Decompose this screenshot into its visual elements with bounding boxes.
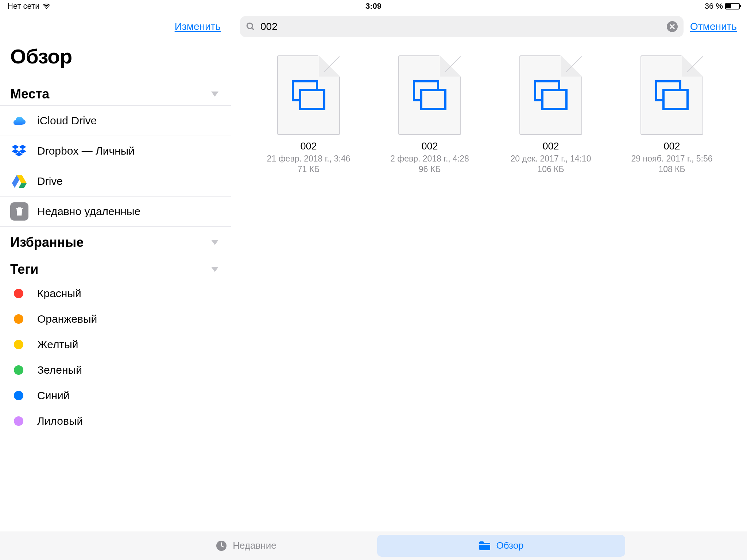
status-time: 3:09 xyxy=(365,1,382,11)
edit-button[interactable]: Изменить xyxy=(175,21,221,32)
tag-label: Оранжевый xyxy=(34,313,97,325)
main-panel: Отменить 00221 февр. 2018 г., 3:4671 КБ0… xyxy=(231,12,747,560)
results-grid: 00221 февр. 2018 г., 3:4671 КБ0022 февр.… xyxy=(231,41,747,560)
file-size: 106 КБ xyxy=(537,164,564,174)
location-label: Drive xyxy=(37,175,63,187)
status-bar: Нет сети 3:09 36 % xyxy=(0,0,747,12)
svg-point-9 xyxy=(247,23,252,28)
section-favorites[interactable]: Избранные xyxy=(0,227,231,254)
location-trash[interactable]: Недавно удаленные xyxy=(0,197,231,227)
sidebar-title: Обзор xyxy=(0,41,231,78)
file-name: 002 xyxy=(421,141,438,152)
file-size: 71 КБ xyxy=(298,164,320,174)
battery-percent: 36 % xyxy=(705,1,723,11)
file-size: 108 КБ xyxy=(658,164,685,174)
svg-marker-2 xyxy=(19,145,26,149)
document-icon xyxy=(534,80,568,110)
tag-label: Зеленый xyxy=(34,364,82,376)
file-date: 29 нояб. 2017 г., 5:56 xyxy=(631,153,713,164)
tag-dot-icon xyxy=(14,314,23,324)
sidebar: Изменить Обзор Места iCloud Drive xyxy=(0,12,231,560)
tag-item[interactable]: Синий xyxy=(0,383,231,408)
search-icon xyxy=(246,22,255,31)
file-thumbnail xyxy=(519,55,582,135)
location-label: Недавно удаленные xyxy=(37,205,140,218)
tag-item[interactable]: Лиловый xyxy=(0,408,231,434)
file-date: 20 дек. 2017 г., 14:10 xyxy=(511,153,591,164)
svg-marker-1 xyxy=(12,145,19,149)
section-places[interactable]: Места xyxy=(0,78,231,105)
wifi-icon xyxy=(42,2,50,10)
section-tags[interactable]: Теги xyxy=(0,254,231,281)
tab-browse[interactable]: Обзор xyxy=(377,535,625,557)
chevron-down-icon xyxy=(211,240,218,245)
cancel-search-button[interactable]: Отменить xyxy=(690,21,738,32)
location-label: iCloud Drive xyxy=(37,114,97,127)
file-item[interactable]: 00229 нояб. 2017 г., 5:56108 КБ xyxy=(611,55,732,174)
file-item[interactable]: 00220 дек. 2017 г., 14:10106 КБ xyxy=(490,55,611,174)
tag-item[interactable]: Оранжевый xyxy=(0,306,231,332)
tab-recent-label: Недавние xyxy=(233,540,276,551)
file-thumbnail xyxy=(398,55,461,135)
section-places-label: Места xyxy=(10,86,49,102)
file-name: 002 xyxy=(542,141,559,152)
file-name: 002 xyxy=(663,141,680,152)
file-date: 21 февр. 2018 г., 3:46 xyxy=(267,153,351,164)
file-thumbnail xyxy=(277,55,340,135)
search-field[interactable] xyxy=(240,16,684,37)
tag-label: Красный xyxy=(34,287,81,300)
tag-dot-icon xyxy=(14,416,23,426)
tab-recent[interactable]: Недавние xyxy=(122,535,370,557)
svg-line-10 xyxy=(252,28,253,30)
tag-item[interactable]: Желтый xyxy=(0,332,231,357)
file-date: 2 февр. 2018 г., 4:28 xyxy=(390,153,469,164)
dropbox-icon xyxy=(10,142,28,160)
chevron-down-icon xyxy=(211,92,218,97)
tag-item[interactable]: Зеленый xyxy=(0,357,231,383)
clear-search-button[interactable] xyxy=(667,21,678,32)
locations-list: iCloud Drive Dropbox — Личный Drive xyxy=(0,105,231,227)
status-battery: 36 % xyxy=(705,1,740,11)
document-icon xyxy=(655,80,689,110)
location-label: Dropbox — Личный xyxy=(37,145,135,157)
section-tags-label: Теги xyxy=(10,262,38,277)
chevron-down-icon xyxy=(211,267,218,272)
tag-item[interactable]: Красный xyxy=(0,281,231,306)
tag-label: Синий xyxy=(34,389,70,402)
trash-icon xyxy=(10,202,28,221)
tag-dot-icon xyxy=(14,365,23,375)
gdrive-icon xyxy=(10,172,28,190)
search-input[interactable] xyxy=(260,21,662,32)
clock-icon xyxy=(215,540,228,552)
network-label: Нет сети xyxy=(7,1,39,11)
close-icon xyxy=(670,24,675,29)
file-thumbnail xyxy=(640,55,703,135)
status-left: Нет сети xyxy=(7,1,50,11)
tag-dot-icon xyxy=(14,289,23,298)
tag-list: КрасныйОранжевыйЖелтыйЗеленыйСинийЛиловы… xyxy=(0,281,231,434)
location-icloud[interactable]: iCloud Drive xyxy=(0,105,231,136)
folder-icon xyxy=(479,540,491,552)
svg-point-0 xyxy=(46,8,47,9)
icloud-icon xyxy=(10,112,28,130)
tag-label: Лиловый xyxy=(34,415,83,427)
svg-marker-7 xyxy=(19,183,27,188)
section-favorites-label: Избранные xyxy=(10,235,84,250)
file-item[interactable]: 0022 февр. 2018 г., 4:2896 КБ xyxy=(369,55,490,174)
document-icon xyxy=(413,80,446,110)
tag-dot-icon xyxy=(14,391,23,400)
tab-browse-label: Обзор xyxy=(496,540,523,551)
document-icon xyxy=(292,80,325,110)
tag-dot-icon xyxy=(14,340,23,349)
tab-bar: Недавние Обзор xyxy=(0,531,747,560)
file-item[interactable]: 00221 февр. 2018 г., 3:4671 КБ xyxy=(248,55,369,174)
file-size: 96 КБ xyxy=(419,164,441,174)
file-name: 002 xyxy=(300,141,317,152)
location-dropbox[interactable]: Dropbox — Личный xyxy=(0,136,231,166)
tag-label: Желтый xyxy=(34,338,78,351)
battery-icon xyxy=(725,3,740,9)
location-gdrive[interactable]: Drive xyxy=(0,166,231,197)
